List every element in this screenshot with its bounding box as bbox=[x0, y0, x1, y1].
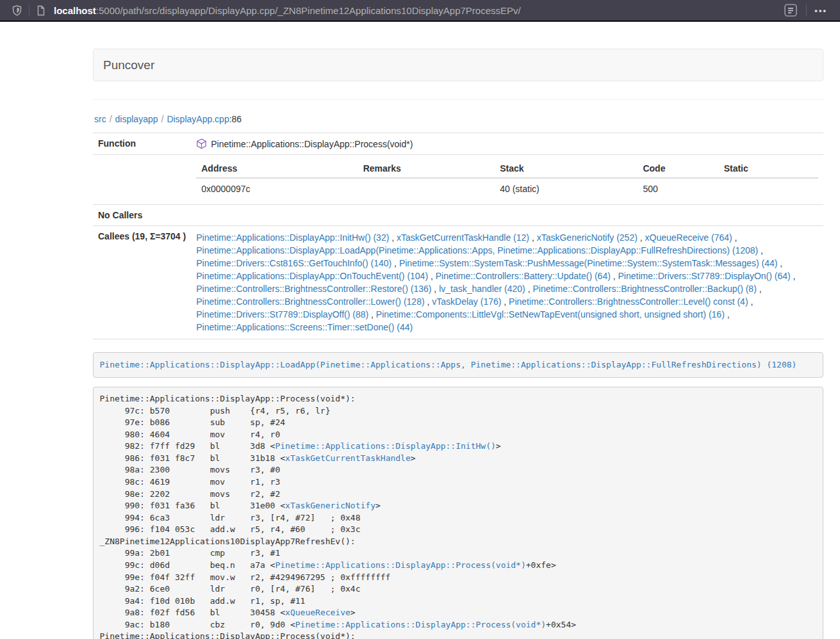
table-row: 0x0000097c 40 (static) 500 bbox=[196, 178, 818, 199]
breadcrumb-separator: / bbox=[158, 114, 167, 124]
breadcrumb-separator: / bbox=[106, 114, 115, 124]
callee-link[interactable]: Pinetime::Applications::DisplayApp::OnTo… bbox=[196, 271, 428, 281]
package-cube-icon bbox=[196, 138, 207, 149]
callee-link[interactable]: Pinetime::System::SystemTask::PushMessag… bbox=[399, 258, 778, 268]
function-detail-table: Address Remarks Stack Code Static 0x0000… bbox=[196, 160, 818, 199]
callees-label: Callees (19, Σ=3704 ) bbox=[93, 226, 191, 339]
function-detail-row: Address Remarks Stack Code Static 0x0000… bbox=[93, 155, 823, 205]
callee-link[interactable]: Pinetime::Applications::Screens::Timer::… bbox=[196, 322, 413, 332]
breadcrumb-link-file[interactable]: DisplayApp.cpp bbox=[167, 114, 229, 124]
callees-list: Pinetime::Applications::DisplayApp::Init… bbox=[191, 226, 823, 339]
reader-view-icon[interactable] bbox=[779, 3, 802, 17]
callee-link[interactable]: Pinetime::Applications::DisplayApp::Init… bbox=[196, 232, 389, 243]
shield-icon[interactable] bbox=[8, 5, 26, 16]
disassembly-symbol-link[interactable]: xTaskGetCurrentTaskHandle bbox=[285, 453, 411, 463]
disassembly-symbol-link[interactable]: xTaskGenericNotify bbox=[285, 501, 375, 510]
app-title[interactable]: Puncover bbox=[94, 58, 164, 72]
callees-row: Callees (19, Σ=3704 ) Pinetime::Applicat… bbox=[93, 226, 823, 339]
code-value: 500 bbox=[638, 178, 718, 199]
column-header-code: Code bbox=[638, 160, 718, 178]
callee-link[interactable]: Pinetime::Drivers::St7789::DisplayOn() (… bbox=[618, 271, 791, 281]
static-value bbox=[719, 178, 818, 199]
breadcrumb-line-number: :86 bbox=[229, 114, 242, 124]
column-header-static: Static bbox=[719, 160, 818, 178]
page-icon[interactable] bbox=[32, 5, 50, 16]
app-header: Puncover bbox=[93, 49, 823, 81]
menu-dots-icon[interactable]: ••• bbox=[809, 6, 832, 15]
breadcrumb: src/displayapp/DisplayApp.cpp:86 bbox=[93, 100, 823, 124]
disassembly-symbol-link[interactable]: Pinetime::Applications::DisplayApp::Proc… bbox=[275, 560, 525, 570]
callee-link[interactable]: lv_task_handler (420) bbox=[439, 284, 525, 294]
function-name: Pinetime::Applications::DisplayApp::Proc… bbox=[211, 139, 413, 149]
address-value: 0x0000097c bbox=[196, 178, 358, 199]
callee-link[interactable]: xTaskGetCurrentTaskHandle (12) bbox=[397, 232, 529, 243]
no-callers-label: No Callers bbox=[93, 205, 191, 226]
page-container: Puncover src/displayapp/DisplayApp.cpp:8… bbox=[93, 49, 823, 639]
callee-link[interactable]: Pinetime::Controllers::BrightnessControl… bbox=[196, 284, 431, 294]
loadapp-snippet-link[interactable]: Pinetime::Applications::DisplayApp::Load… bbox=[100, 360, 797, 369]
toolbar-divider bbox=[806, 4, 807, 16]
disassembly-symbol-link[interactable]: Pinetime::Applications::DisplayApp::Init… bbox=[275, 441, 495, 451]
callee-link[interactable]: vTaskDelay (176) bbox=[432, 296, 501, 307]
function-row: Function Pinetime::Applications::Display… bbox=[93, 133, 823, 155]
no-callers-row: No Callers bbox=[93, 205, 823, 226]
callee-link[interactable]: xQueueReceive (764) bbox=[645, 232, 732, 243]
callee-link[interactable]: Pinetime::Drivers::St7789::DisplayOff() … bbox=[196, 309, 368, 320]
url-host: localhost bbox=[54, 5, 96, 16]
column-header-stack: Stack bbox=[495, 160, 638, 178]
callee-link[interactable]: Pinetime::Applications::DisplayApp::Load… bbox=[196, 245, 758, 255]
toolbar-divider bbox=[29, 4, 29, 16]
browser-url-bar: localhost:5000/path/src/displayapp/Displ… bbox=[0, 0, 840, 22]
callee-link[interactable]: Pinetime::Drivers::Cst816S::GetTouchInfo… bbox=[196, 258, 391, 268]
function-label: Function bbox=[93, 133, 191, 155]
callee-link[interactable]: Pinetime::Controllers::Battery::Update()… bbox=[436, 271, 611, 281]
callee-link[interactable]: xTaskGenericNotify (252) bbox=[537, 232, 638, 243]
url-input[interactable]: localhost:5000/path/src/displayapp/Displ… bbox=[54, 5, 779, 16]
callee-link[interactable]: Pinetime::Controllers::BrightnessControl… bbox=[509, 296, 748, 307]
column-header-remarks: Remarks bbox=[358, 160, 495, 178]
column-header-address: Address bbox=[196, 160, 358, 178]
function-table: Function Pinetime::Applications::Display… bbox=[93, 133, 823, 339]
url-path: :5000/path/src/displayapp/DisplayApp.cpp… bbox=[96, 5, 521, 16]
stack-value: 40 (static) bbox=[495, 178, 638, 199]
breadcrumb-link-src[interactable]: src bbox=[94, 114, 106, 124]
remarks-value bbox=[358, 178, 495, 199]
breadcrumb-link-displayapp[interactable]: displayapp bbox=[115, 114, 158, 124]
disassembly-block: Pinetime::Applications::DisplayApp::Proc… bbox=[93, 387, 823, 639]
callee-link[interactable]: Pinetime::Controllers::BrightnessControl… bbox=[196, 296, 424, 307]
callee-link[interactable]: Pinetime::Components::LittleVgl::SetNewT… bbox=[376, 309, 725, 320]
disassembly-symbol-link[interactable]: xQueueReceive bbox=[285, 608, 350, 617]
callee-link[interactable]: Pinetime::Controllers::BrightnessControl… bbox=[532, 284, 756, 294]
disassembly-symbol-link[interactable]: Pinetime::Applications::DisplayApp::Proc… bbox=[295, 620, 546, 629]
loadapp-snippet: Pinetime::Applications::DisplayApp::Load… bbox=[93, 352, 823, 378]
